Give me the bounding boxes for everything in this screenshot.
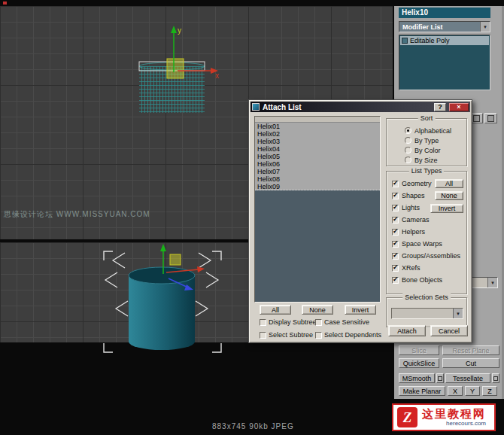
stack-tool-icon[interactable]	[484, 113, 497, 123]
planar-x-button[interactable]: X	[448, 386, 463, 396]
checkbox-icon	[392, 193, 399, 199]
sort-option-by-size[interactable]: By Size	[387, 155, 466, 165]
stack-item-editable-poly[interactable]: Editable Poly	[400, 36, 489, 45]
types-all-button[interactable]: All	[435, 179, 463, 188]
attach-list-dialog: Attach List ? × Helix01 Helix02 Helix03 …	[248, 99, 472, 343]
selection-sets-label: Selection Sets	[402, 294, 451, 301]
image-info-text: 883x745 90kb JPEG	[212, 422, 294, 430]
site-name: 这里教程网	[422, 408, 486, 420]
close-button[interactable]: ×	[449, 103, 469, 111]
msmooth-settings-button[interactable]	[436, 373, 444, 383]
cut-button[interactable]: Cut	[442, 358, 499, 368]
list-item[interactable]: Helix01	[255, 123, 380, 130]
select-all-button[interactable]: All	[260, 305, 291, 315]
option-label: By Size	[414, 157, 438, 164]
chevron-down-icon	[453, 309, 463, 318]
cylinder-object[interactable]	[129, 267, 195, 350]
reset-plane-button[interactable]: Reset Plane	[442, 345, 499, 355]
app-icon	[252, 103, 260, 111]
option-label: Display Subtree	[269, 318, 317, 326]
type-space-warps[interactable]: Space Warps	[387, 238, 466, 250]
slice-button[interactable]: Slice	[399, 345, 439, 355]
planar-z-button[interactable]: Z	[482, 386, 497, 396]
list-types-group: List Types Geometry Shapes Lights Camera…	[386, 171, 467, 294]
list-item[interactable]: Helix02	[255, 130, 380, 138]
modifier-icon	[402, 38, 408, 44]
quickslice-button[interactable]: QuickSlice	[399, 358, 439, 368]
option-label: Groups/Assemblies	[402, 252, 460, 260]
chevron-down-icon	[480, 22, 490, 32]
object-list[interactable]: Helix01 Helix02 Helix03 Helix04 Helix05 …	[254, 116, 381, 303]
option-label: Cameras	[402, 216, 430, 224]
tessellate-settings-button[interactable]	[492, 373, 499, 383]
radio-icon	[405, 157, 411, 163]
cancel-button[interactable]: Cancel	[430, 325, 468, 336]
checkbox-icon	[392, 181, 399, 187]
top-strip	[0, 0, 504, 6]
stack-item-label: Editable Poly	[410, 37, 450, 44]
type-bone-objects[interactable]: Bone Objects	[387, 274, 466, 286]
option-label: Alphabetical	[414, 127, 451, 135]
checkbox-icon	[315, 319, 322, 326]
checkbox-icon	[260, 319, 266, 326]
option-label: Bone Objects	[402, 276, 442, 284]
checkbox-icon	[392, 217, 399, 224]
selection-sets-dropdown[interactable]	[391, 308, 463, 319]
type-xrefs[interactable]: XRefs	[387, 262, 466, 274]
tessellate-button[interactable]: Tessellate	[445, 373, 490, 383]
modifier-list-dropdown[interactable]: Modifier List	[399, 21, 490, 32]
select-subtree-checkbox[interactable]: Select Subtree	[260, 331, 313, 339]
selection-sets-group: Selection Sets	[386, 297, 467, 327]
option-label: Case Sensitive	[324, 318, 369, 326]
list-item[interactable]: Helix04	[255, 145, 380, 153]
option-label: Select Dependents	[324, 331, 381, 339]
type-cameras[interactable]: Cameras	[387, 214, 466, 226]
dialog-titlebar[interactable]: Attach List ? ×	[250, 102, 470, 112]
site-watermark[interactable]: Z 这里教程网 herecours.com	[392, 403, 496, 431]
checkbox-icon	[315, 332, 322, 339]
select-invert-button[interactable]: Invert	[345, 305, 376, 315]
object-name-field[interactable]: Helix10	[399, 8, 490, 18]
checkbox-icon	[392, 277, 399, 284]
type-groups-assemblies[interactable]: Groups/Assemblies	[387, 250, 466, 262]
checkbox-icon	[392, 265, 399, 272]
display-subtree-checkbox[interactable]: Display Subtree	[260, 318, 317, 326]
help-button[interactable]: ?	[434, 103, 446, 111]
list-item[interactable]: Helix03	[255, 138, 380, 145]
msmooth-button[interactable]: MSmooth	[399, 373, 435, 383]
option-label: Geometry	[402, 180, 432, 187]
type-helpers[interactable]: Helpers	[387, 226, 466, 238]
site-logo-icon: Z	[397, 407, 417, 427]
chevron-down-icon	[487, 278, 497, 287]
modifier-stack: Editable Poly	[399, 35, 490, 90]
attach-button[interactable]: Attach	[388, 325, 426, 336]
application-window: y x 思缘设计论坛 WWW.MISSYUAN.COM	[0, 0, 504, 435]
select-none-button[interactable]: None	[302, 305, 333, 315]
types-invert-button[interactable]: Invert	[430, 204, 463, 213]
checkbox-icon	[392, 205, 399, 211]
axis-y-label: y	[178, 26, 181, 35]
make-planar-button[interactable]: Make Planar	[399, 386, 445, 396]
planar-y-button[interactable]: Y	[465, 386, 480, 396]
sort-option-alphabetical[interactable]: Alphabetical	[387, 126, 466, 135]
select-dependents-checkbox[interactable]: Select Dependents	[315, 331, 381, 339]
radio-icon	[405, 147, 411, 154]
list-item[interactable]: Helix06	[255, 160, 380, 168]
option-label: Lights	[402, 204, 420, 211]
forum-watermark: 思缘设计论坛 WWW.MISSYUAN.COM	[4, 209, 150, 220]
list-item[interactable]: Helix09	[255, 183, 380, 190]
sort-option-by-color[interactable]: By Color	[387, 145, 466, 155]
sort-option-by-type[interactable]: By Type	[387, 135, 466, 145]
list-types-group-label: List Types	[409, 167, 444, 175]
checkbox-icon	[392, 241, 399, 248]
list-item[interactable]: Helix07	[255, 168, 380, 175]
list-item[interactable]: Helix08	[255, 175, 380, 183]
gizmo-plane-handle[interactable]	[167, 59, 184, 78]
option-label: Helpers	[402, 228, 425, 236]
list-item[interactable]: Helix05	[255, 153, 380, 160]
option-label: Select Subtree	[269, 331, 313, 339]
types-none-button[interactable]: None	[435, 191, 463, 200]
case-sensitive-checkbox[interactable]: Case Sensitive	[315, 318, 369, 326]
list-header	[255, 117, 380, 123]
dialog-title: Attach List	[263, 103, 431, 111]
